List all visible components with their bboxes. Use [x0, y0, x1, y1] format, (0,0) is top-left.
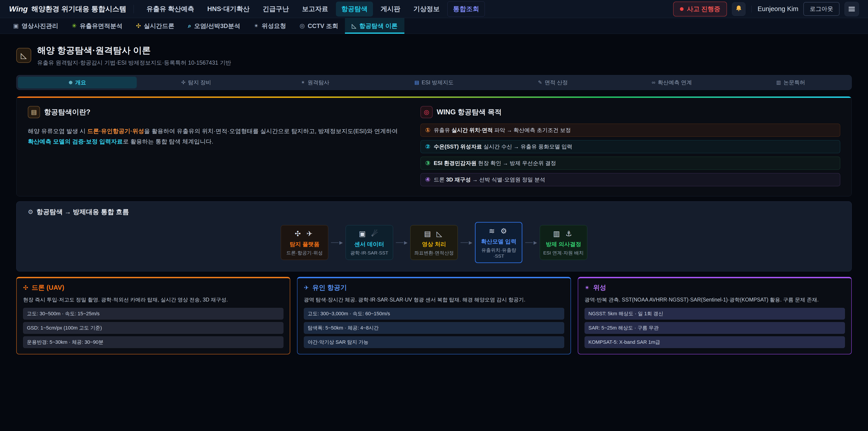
target-icon: ◎ — [421, 106, 433, 118]
navbar-right: 사고 진행중 Eunjeong Kim 로그아웃 — [673, 2, 859, 17]
spec-row: 야간·악기상 SAR 탐지 가능 — [304, 336, 564, 348]
top-navbar: Wing 해양환경 위기대응 통합시스템 유출유 확산예측 HNS·대기확산 긴… — [0, 0, 868, 18]
gear-icon: ⚙ — [28, 208, 33, 216]
what-paragraph: 해양 유류오염 발생 시 드론·유인항공기·위성을 활용하여 유출유의 위치·면… — [28, 126, 400, 147]
clipboard-icon: ▤ — [28, 106, 40, 118]
hamburger-icon — [848, 6, 855, 12]
flow-steps: ✣ ✈ 탐지 플랫폼 드론·항공기·위성 ▶ ▣ ☄ 센서 데이터 광학·IR·… — [28, 222, 840, 263]
nav-item-reports[interactable]: 보고자료 — [297, 2, 334, 17]
nav-item-hns[interactable]: HNS·대기확산 — [202, 2, 255, 17]
bell-icon — [735, 5, 743, 13]
card-title: 유인 항공기 — [312, 283, 347, 292]
tab-papers-patents[interactable]: ▥ 논문특허 — [731, 76, 850, 88]
number-1-icon: ① — [425, 127, 430, 134]
drone-icon: ✣ — [181, 80, 185, 86]
notifications-button[interactable] — [732, 2, 745, 16]
nav-item-aerial-search[interactable]: 항공탐색 — [336, 2, 373, 17]
card-title: 위성 — [593, 283, 606, 292]
status-dot-icon — [680, 7, 684, 11]
incident-status-badge: 사고 진행중 — [673, 2, 727, 17]
subnav-tab-3d-analysis[interactable]: ⌕ 오염/선박3D분석 — [181, 18, 247, 34]
card-title: 드론 (UAV) — [32, 283, 64, 292]
arrow-right-icon: ▶ — [339, 240, 343, 245]
purpose-section: ◎ WING 항공탐색 목적 ① 유출유 실시간 위치·면적 파악 → 확산예측… — [421, 106, 840, 186]
subnav-tab-theory[interactable]: ◺ 항공탐색 이론 — [345, 18, 404, 34]
flow-arrow: ▶ — [460, 240, 472, 245]
subnav-tab-cctv[interactable]: ◎ CCTV 조회 — [293, 18, 345, 34]
globe-icon: ⊕ — [68, 80, 72, 86]
purpose-item: ① 유출유 실시간 위치·면적 파악 → 확산예측 초기조건 보정 — [421, 124, 840, 137]
flow-step-image-processing: ▤ ◺ 영상 처리 좌표변환·면적산정 — [410, 225, 458, 260]
pencil-icon: ✎ — [538, 80, 542, 86]
flow-step-model-input: ≋ ⚙ 확산모델 입력 유출위치·유출량·SST — [475, 222, 522, 263]
spec-row: 운용반경: 5~30km · 체공: 30~90분 — [23, 336, 283, 348]
satellite-icon: ✴ — [585, 284, 590, 291]
purpose-item: ② 수온(SST) 위성자료 실시간 수신 → 유출유 풍화모델 입력 — [421, 140, 840, 153]
drone-plane-icons: ✣ ✈ — [284, 229, 325, 238]
highlight-model-input: 확산예측 모델의 검증·보정 입력자료 — [28, 138, 123, 145]
page-header: ◺ 해양 항공탐색·원격탐사 이론 유출유 원격탐지·항공감시 기법·ESI 방… — [16, 44, 852, 66]
divider — [751, 6, 752, 12]
subnav-tab-media[interactable]: ▣ 영상사진관리 — [6, 18, 65, 34]
camera-icon: ▣ — [13, 22, 19, 29]
overview-panel: ▤ 항공탐색이란? 해양 유류오염 발생 시 드론·유인항공기·위성을 활용하여… — [16, 96, 852, 196]
nav-item-board[interactable]: 게시판 — [375, 2, 406, 17]
platform-cards: ✣ 드론 (UAV) 현장 즉시 투입·저고도 정밀 촬영. 광학·적외선 카메… — [16, 277, 852, 355]
wave-gear-icons: ≋ ⚙ — [479, 227, 519, 235]
brand: Wing 해양환경 위기대응 통합시스템 — [9, 4, 126, 14]
nav-item-integrated-search[interactable]: 통합조회 — [447, 1, 485, 17]
status-badge-label: 사고 진행중 — [687, 5, 720, 13]
camera-sensor-icons: ▣ ☄ — [349, 229, 390, 238]
highlight-platforms: 드론·유인항공기·위성 — [87, 128, 144, 134]
tab-detection-equipment[interactable]: ✣ 탐지 장비 — [137, 76, 256, 88]
nav-item-weather[interactable]: 기상정보 — [408, 2, 445, 17]
spec-row: 고도: 300~3,000m · 속도: 60~150m/s — [304, 308, 564, 319]
what-is-section: ▤ 항공탐색이란? 해양 유류오염 발생 시 드론·유인항공기·위성을 활용하여… — [28, 106, 400, 186]
what-heading: 항공탐색이란? — [44, 107, 90, 117]
flow-arrow: ▶ — [396, 240, 408, 245]
flow-step-response-decision: ▥ ⚓ 방제 의사결정 ESI 연계·자원 배치 — [540, 225, 587, 260]
books-icon: ▥ — [776, 80, 781, 86]
tab-area-calculation[interactable]: ✎ 면적 산정 — [493, 76, 612, 88]
triangle-ruler-icon: ◺ — [352, 22, 356, 29]
tab-esi-map[interactable]: ▤ ESI 방제지도 — [375, 76, 493, 88]
drone-icon: ✣ — [23, 284, 28, 291]
triangle-ruler-icon: ◺ — [21, 51, 27, 60]
tab-overview[interactable]: ⊕ 개요 — [18, 76, 137, 88]
logout-button[interactable]: 로그아웃 — [803, 2, 839, 16]
tab-forecast-link[interactable]: ∞ 확산예측 연계 — [612, 76, 731, 88]
link-icon: ∞ — [652, 80, 655, 86]
satellite-icon: ✴ — [254, 22, 259, 29]
nav-item-spill-forecast[interactable]: 유출유 확산예측 — [141, 2, 199, 17]
page-subtitle: 유출유 원격탐지·항공감시 기법·ESI 방제정보지도·등록특허 10-1567… — [37, 59, 231, 66]
spec-row: 고도: 30~500m · 속도: 15~25m/s — [23, 308, 283, 319]
arrow-right-icon: ▶ — [469, 240, 472, 245]
divider — [133, 5, 134, 13]
drone-card: ✣ 드론 (UAV) 현장 즉시 투입·저고도 정밀 촬영. 광학·적외선 카메… — [16, 277, 290, 355]
drone-icon: ✣ — [136, 22, 141, 29]
spec-row: NGSST: 5km 해상도 · 일 1회 갱신 — [585, 308, 845, 319]
subnav-tab-live-drone[interactable]: ✣ 실시간드론 — [129, 18, 181, 34]
menu-button[interactable] — [844, 2, 859, 16]
satellite-icon: ✴ — [301, 80, 305, 86]
flow-arrow: ▶ — [525, 240, 537, 245]
spec-row: 탐색폭: 5~50km · 체공: 4~8시간 — [304, 322, 564, 334]
flow-step-sensor-data: ▣ ☄ 센서 데이터 광학·IR·SAR·SST — [346, 225, 393, 260]
arrow-right-icon: ▶ — [533, 240, 537, 245]
resource-ship-icons: ▥ ⚓ — [543, 229, 584, 238]
page-content: ◺ 해양 항공탐색·원격탐사 이론 유출유 원격탐지·항공감시 기법·ESI 방… — [0, 44, 868, 355]
tab-remote-sensing[interactable]: ✴ 원격탐사 — [256, 76, 375, 88]
map-ruler-icons: ▤ ◺ — [414, 229, 454, 238]
flow-step-platforms: ✣ ✈ 탐지 플랫폼 드론·항공기·위성 — [281, 225, 328, 260]
subnav-tab-satellite-request[interactable]: ✴ 위성요청 — [247, 18, 293, 34]
main-nav: 유출유 확산예측 HNS·대기확산 긴급구난 보고자료 항공탐색 게시판 기상정… — [141, 1, 485, 17]
subnav-tab-area-analysis[interactable]: ✳ 유출유면적분석 — [65, 18, 129, 34]
card-description: 광역 탐색·장시간 체공. 광학·IR·SAR·SLAR·UV 형광 센서 복합… — [304, 296, 564, 304]
number-3-icon: ③ — [425, 160, 430, 167]
card-description: 광역·반복 관측. SST(NOAA AVHRR·NGSST)·SAR(Sent… — [585, 296, 845, 304]
map-book-icon: ▤ — [414, 80, 419, 86]
sparkle-icon: ✳ — [72, 22, 77, 29]
spec-row: KOMPSAT-5: X-band SAR 1m급 — [585, 336, 845, 348]
section-tabs: ⊕ 개요 ✣ 탐지 장비 ✴ 원격탐사 ▤ ESI 방제지도 ✎ 면적 산정 ∞… — [16, 75, 852, 90]
nav-item-rescue[interactable]: 긴급구난 — [257, 2, 294, 17]
